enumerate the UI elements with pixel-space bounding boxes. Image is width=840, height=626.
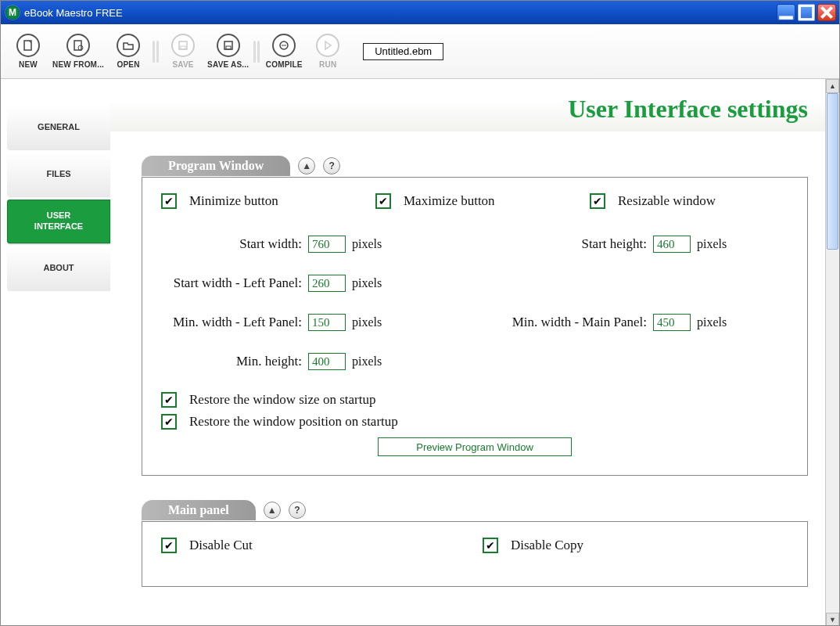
pixels-unit: pixels: [352, 276, 382, 290]
save-as-button[interactable]: SAVE AS...: [207, 34, 249, 69]
open-label: OPEN: [117, 60, 140, 69]
section-main-panel: Main panel ▲ ? ✔ Disable Cut ✔ Disable C…: [142, 499, 808, 587]
pixels-unit: pixels: [352, 354, 382, 369]
check-icon: ✔: [164, 540, 174, 551]
min-width-left-label: Min. width - Left Panel:: [161, 315, 302, 330]
main-pane: User Interface settings Program Window ▲…: [110, 79, 839, 626]
run-label: RUN: [319, 60, 336, 69]
min-width-main-label: Min. width - Main Panel:: [475, 315, 647, 330]
restore-pos-checkbox[interactable]: ✔: [161, 414, 177, 430]
minimize-window-button[interactable]: [777, 4, 795, 21]
save-icon: [171, 34, 195, 57]
preview-program-window-button[interactable]: Preview Program Window: [378, 437, 572, 456]
pixels-unit: pixels: [352, 315, 382, 329]
window-title: eBook Maestro FREE: [24, 7, 777, 19]
sidebar-item-files[interactable]: FILES: [7, 153, 110, 196]
restore-size-label: Restore the window size on startup: [189, 392, 375, 408]
pixels-unit: pixels: [697, 315, 727, 329]
disable-copy-label: Disable Copy: [511, 538, 583, 553]
titlebar: M eBook Maestro FREE: [1, 1, 839, 24]
check-icon: ✔: [164, 416, 174, 427]
toolbar-separator: [153, 36, 159, 67]
min-width-left-input[interactable]: [308, 314, 346, 331]
disable-copy-checkbox[interactable]: ✔: [483, 538, 498, 553]
start-width-left-input[interactable]: [308, 275, 346, 292]
restore-size-checkbox[interactable]: ✔: [161, 392, 177, 408]
sidebar-item-general[interactable]: GENERAL: [7, 106, 110, 149]
maximize-label: Maximize button: [404, 193, 495, 209]
restore-pos-label: Restore the window position on startup: [189, 414, 398, 430]
sidebar-item-about[interactable]: ABOUT: [7, 246, 110, 290]
compile-label: COMPILE: [266, 60, 303, 69]
start-height-input[interactable]: [653, 236, 691, 253]
new-icon: [16, 34, 40, 57]
window-controls: [777, 4, 836, 21]
section-heading-program-window: Program Window: [142, 156, 290, 176]
save-as-label: SAVE AS...: [207, 60, 249, 69]
start-width-left-label: Start width - Left Panel:: [161, 275, 302, 291]
help-button[interactable]: ?: [289, 502, 306, 519]
check-icon: ✔: [593, 196, 602, 207]
start-width-input[interactable]: [308, 236, 346, 253]
save-button[interactable]: SAVE: [163, 34, 203, 69]
new-from-icon: [66, 34, 90, 57]
save-label: SAVE: [172, 60, 193, 69]
maximize-checkbox[interactable]: ✔: [375, 193, 391, 209]
minimize-label: Minimize button: [189, 193, 278, 209]
minimize-checkbox[interactable]: ✔: [161, 193, 177, 209]
scroll-up-button[interactable]: ▲: [826, 79, 839, 93]
check-icon: ✔: [164, 196, 174, 207]
open-icon: [117, 34, 140, 57]
svg-rect-1: [799, 5, 813, 20]
scrollbar-thumb[interactable]: [827, 93, 838, 250]
resizable-checkbox[interactable]: ✔: [590, 193, 605, 209]
section-program-window: Program Window ▲ ? ✔ Minimize button ✔ M…: [142, 155, 808, 476]
sidebar: GENERAL FILES USER INTERFACE ABOUT: [1, 79, 110, 626]
disable-cut-checkbox[interactable]: ✔: [161, 538, 177, 553]
close-window-button[interactable]: [817, 4, 836, 21]
disable-cut-label: Disable Cut: [189, 538, 253, 553]
page-title: User Interface settings: [110, 79, 839, 131]
toolbar-separator: [253, 36, 260, 67]
section-heading-main-panel: Main panel: [142, 500, 256, 520]
new-label: NEW: [19, 60, 38, 69]
collapse-button[interactable]: ▲: [298, 157, 315, 174]
maximize-window-button[interactable]: [797, 4, 816, 21]
pixels-unit: pixels: [697, 237, 727, 251]
help-button[interactable]: ?: [323, 157, 340, 174]
scroll-down-button[interactable]: ▼: [826, 613, 839, 626]
collapse-button[interactable]: ▲: [264, 502, 281, 519]
check-icon: ✔: [164, 394, 174, 405]
new-button[interactable]: NEW: [9, 34, 48, 69]
resizable-label: Resizable window: [618, 193, 716, 209]
save-as-icon: [217, 34, 240, 57]
compile-icon: [272, 34, 296, 57]
new-from-label: NEW FROM...: [52, 60, 104, 69]
new-from-button[interactable]: NEW FROM...: [52, 34, 104, 69]
check-icon: ✔: [486, 540, 495, 551]
app-icon: M: [5, 5, 20, 20]
svg-point-4: [78, 45, 83, 50]
min-height-input[interactable]: [308, 353, 346, 370]
run-button[interactable]: RUN: [308, 34, 347, 69]
min-width-main-input[interactable]: [653, 314, 691, 331]
open-button[interactable]: OPEN: [109, 34, 148, 69]
run-icon: [316, 34, 339, 57]
svg-rect-0: [779, 16, 793, 19]
min-height-label: Min. height:: [161, 354, 302, 369]
start-height-label: Start height:: [475, 236, 647, 252]
vertical-scrollbar[interactable]: ▲ ▼: [825, 79, 839, 626]
scrollbar-track[interactable]: [826, 93, 839, 613]
compile-button[interactable]: COMPILE: [264, 34, 303, 69]
toolbar: NEW NEW FROM... OPEN SAVE SAVE AS... COM…: [1, 24, 839, 79]
pixels-unit: pixels: [352, 237, 382, 251]
workarea: GENERAL FILES USER INTERFACE ABOUT User …: [1, 79, 839, 626]
check-icon: ✔: [379, 196, 388, 207]
sidebar-item-user-interface[interactable]: USER INTERFACE: [7, 200, 110, 243]
start-width-label: Start width:: [161, 236, 302, 252]
filename-display: Untitled.ebm: [363, 43, 443, 60]
